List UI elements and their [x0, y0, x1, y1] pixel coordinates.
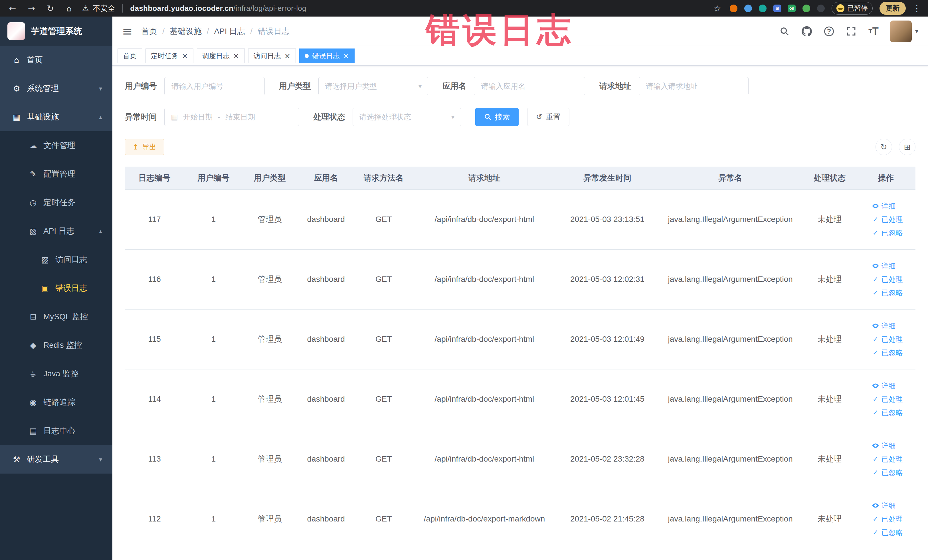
user-type-select[interactable]: 请选择用户类型 ▾ [318, 77, 428, 95]
close-icon[interactable]: × [233, 52, 240, 60]
address-bar[interactable]: dashboard.yudao.iocoder.cn/infra/log/api… [130, 4, 307, 13]
app-name-input[interactable] [474, 77, 585, 95]
cell-app: dashboard [296, 489, 356, 549]
processed-link[interactable]: ✓已处理 [872, 455, 903, 464]
reset-button[interactable]: ↺ 重置 [527, 108, 569, 126]
detail-link[interactable]: 详细 [872, 501, 896, 510]
cell-app: dashboard [296, 369, 356, 429]
fullscreen-icon[interactable] [846, 26, 857, 37]
breadcrumb-api-log[interactable]: API 日志 [214, 26, 245, 37]
pin-extension-icon[interactable] [817, 5, 825, 12]
exception-time-range-picker[interactable]: ▦ 开始日期 - 结束日期 [164, 108, 299, 126]
forward-icon[interactable]: → [26, 3, 37, 14]
chevron-down-icon: ▾ [99, 456, 102, 463]
processed-link[interactable]: ✓已处理 [872, 215, 903, 224]
sidebar-item-file-manage[interactable]: ☁ 文件管理 [0, 131, 112, 160]
back-icon[interactable]: ← [7, 3, 18, 14]
processed-link[interactable]: ✓已处理 [872, 395, 903, 404]
sidebar-item-redis-monitor[interactable]: ◆ Redis 监控 [0, 331, 112, 359]
sidebar-item-scheduled-tasks[interactable]: ◷ 定时任务 [0, 188, 112, 217]
hamburger-icon[interactable]: ≡ [122, 24, 133, 38]
sidebar-item-java-monitor[interactable]: ☕ Java 监控 [0, 359, 112, 388]
detail-link[interactable]: 详细 [872, 321, 896, 331]
column-settings-button[interactable]: ⊞ [899, 139, 916, 155]
sidebar-item-mysql-monitor[interactable]: ⊟ MySQL 监控 [0, 302, 112, 331]
error-log-icon: ▣ [40, 284, 50, 293]
sidebar-item-dev-tools[interactable]: ⚒ 研发工具 ▾ [0, 445, 112, 473]
processed-link[interactable]: ✓已处理 [872, 275, 903, 284]
cloud-icon: ☁ [28, 141, 38, 150]
home-icon[interactable]: ⌂ [63, 3, 75, 14]
cell-app: dashboard [296, 309, 356, 369]
refresh-button[interactable]: ↻ [876, 139, 892, 155]
sidebar-item-infra[interactable]: ▦ 基础设施 ▴ [0, 103, 112, 131]
ignored-link[interactable]: ✓已忽略 [872, 228, 903, 238]
tab-error-log[interactable]: 错误日志 × [299, 49, 355, 63]
close-icon[interactable]: × [343, 52, 349, 60]
detail-link[interactable]: 详细 [872, 441, 896, 450]
table-row: 114 1 管理员 dashboard GET /api/infra/db-do… [125, 369, 916, 429]
sidebar-item-config-manage[interactable]: ✎ 配置管理 [0, 160, 112, 188]
search-button[interactable]: 搜索 [475, 108, 519, 126]
github-icon[interactable] [801, 26, 812, 37]
user-avatar-menu[interactable]: ▾ [890, 21, 918, 42]
bookmark-star-icon[interactable]: ☆ [711, 3, 723, 14]
tab-home[interactable]: 首页 [118, 49, 142, 63]
date-end-placeholder: 结束日期 [225, 112, 255, 122]
security-indicator[interactable]: ⚠ 不安全 [82, 3, 115, 14]
cell-url: /api/infra/db-doc/export-html [412, 249, 557, 309]
ignored-link[interactable]: ✓已忽略 [872, 408, 903, 417]
cell-url: /api/infra/db-doc/export-html [412, 189, 557, 249]
font-size-icon[interactable]: TT [868, 26, 879, 37]
sidebar-item-home[interactable]: ⌂ 首页 [0, 46, 112, 74]
sidebar-item-error-log[interactable]: ▣ 错误日志 [0, 274, 112, 302]
detail-label: 详细 [882, 501, 896, 510]
export-button[interactable]: ↥ 导出 [125, 139, 164, 155]
tab-schedule-log[interactable]: 调度日志 × [197, 49, 245, 63]
app-name-label: 应用名 [443, 81, 466, 92]
search-icon[interactable] [779, 26, 790, 37]
ignored-link[interactable]: ✓已忽略 [872, 288, 903, 298]
tab-access-log[interactable]: 访问日志 × [248, 49, 296, 63]
orange-extension-icon[interactable] [730, 5, 737, 12]
reload-icon[interactable]: ↻ [44, 3, 56, 14]
sidebar-item-log-center[interactable]: ▤ 日志中心 [0, 417, 112, 445]
sidebar-item-api-log[interactable]: ▧ API 日志 ▴ [0, 217, 112, 245]
cell-time: 2021-05-02 23:32:28 [557, 429, 658, 489]
ignored-label: 已忽略 [882, 288, 903, 298]
detail-label: 详细 [882, 441, 896, 450]
user-id-input[interactable] [164, 77, 265, 95]
leaf-extension-icon[interactable] [803, 5, 810, 12]
on-badge-extension-icon[interactable]: on [788, 5, 796, 12]
tab-scheduled-tasks[interactable]: 定时任务 × [145, 49, 194, 63]
help-icon[interactable]: ? [823, 26, 835, 37]
sidebar-item-access-log[interactable]: ▨ 访问日志 [0, 245, 112, 274]
breadcrumb-infra[interactable]: 基础设施 [170, 26, 202, 37]
grid-extension-icon[interactable]: ⊞ [773, 5, 781, 12]
blue-drop-extension-icon[interactable] [744, 5, 752, 12]
sidebar-item-trace[interactable]: ◉ 链路追踪 [0, 388, 112, 417]
ignored-link[interactable]: ✓已忽略 [872, 468, 903, 477]
request-url-input[interactable] [639, 77, 749, 95]
search-button-label: 搜索 [495, 112, 510, 122]
teal-extension-icon[interactable] [759, 5, 766, 12]
detail-link[interactable]: 详细 [872, 201, 896, 211]
processed-link[interactable]: ✓已处理 [872, 514, 903, 524]
detail-link[interactable]: 详细 [872, 381, 896, 391]
cell-time: 2021-05-03 12:01:45 [557, 369, 658, 429]
browser-menu-icon[interactable]: ⋮ [913, 3, 921, 14]
chevron-down-icon: ▾ [915, 27, 918, 35]
processed-link[interactable]: ✓已处理 [872, 335, 903, 344]
sidebar-item-system[interactable]: ⚙ 系统管理 ▾ [0, 74, 112, 103]
detail-link[interactable]: 详细 [872, 261, 896, 271]
close-icon[interactable]: × [182, 52, 188, 60]
browser-update-button[interactable]: 更新 [879, 2, 906, 15]
chevron-up-icon: ▴ [99, 113, 102, 121]
paused-badge[interactable]: 已暂停 [832, 2, 873, 15]
breadcrumb-home[interactable]: 首页 [141, 26, 157, 37]
process-status-select[interactable]: 请选择处理状态 ▾ [353, 108, 461, 126]
ignored-link[interactable]: ✓已忽略 [872, 348, 903, 357]
app-logo[interactable]: 芋道管理系统 [0, 17, 112, 46]
close-icon[interactable]: × [284, 52, 291, 60]
ignored-link[interactable]: ✓已忽略 [872, 528, 903, 537]
